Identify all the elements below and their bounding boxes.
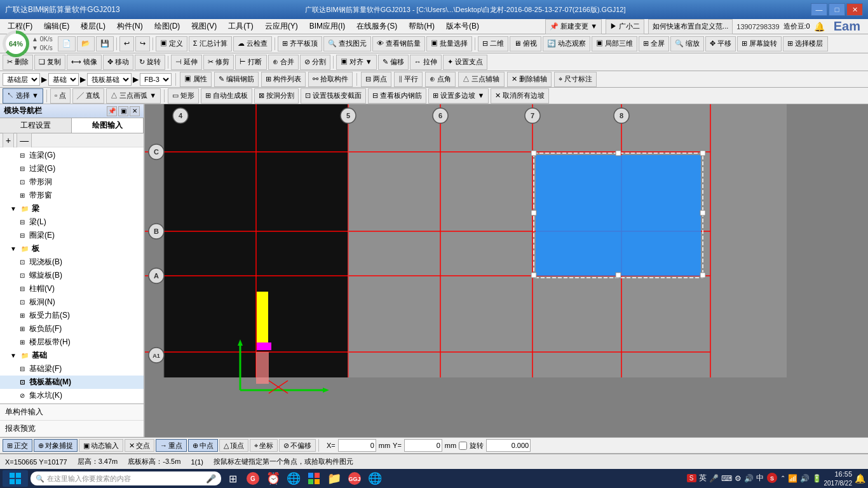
arc-tool-btn[interactable]: △ 三点画弧 ▼ <box>106 88 161 104</box>
point-tool-btn[interactable]: ▫ 点 <box>50 88 71 104</box>
speaker-icon[interactable]: 🔊 <box>744 474 754 483</box>
compass-icon[interactable]: 🌐 <box>366 470 384 487</box>
battery-icon[interactable]: 🔋 <box>812 474 822 483</box>
tree-item-cast-slab[interactable]: ⊡ 现浇板(B) <box>0 255 144 269</box>
view-btn[interactable]: 🖥 俯视 <box>510 36 541 51</box>
object-snap-btn[interactable]: ⊕ 对象捕捉 <box>34 439 78 452</box>
keyboard-icon[interactable]: ⌨ <box>721 474 732 483</box>
menu-item-cloud[interactable]: 云应用(Y) <box>260 20 303 33</box>
canvas-area[interactable]: 4 5 6 7 8 C B A A1 <box>145 104 868 437</box>
sidebar-float-btn[interactable]: ▣ <box>118 106 128 116</box>
tree-item-beam-l[interactable]: ⊟ 梁(L) <box>0 215 144 229</box>
zoom-out-btn[interactable]: 🔍 缩放 <box>670 36 704 51</box>
sogou2-icon[interactable]: S <box>766 472 778 485</box>
folder-icon[interactable]: 📁 <box>325 470 343 487</box>
sogou-icon[interactable]: S <box>687 474 696 482</box>
tree-group-foundation[interactable]: ▼ 📁 基础 <box>0 349 144 362</box>
save-btn[interactable]: 💾 <box>96 36 114 51</box>
restore-button[interactable]: □ <box>829 3 845 16</box>
menu-item-help[interactable]: 帮助(H) <box>403 20 440 33</box>
ime-status[interactable]: 英 <box>699 473 707 484</box>
mirror-btn[interactable]: ⟷ 镜像 <box>67 55 102 70</box>
set-vertex-btn[interactable]: ✦ 设置支点 <box>443 55 487 70</box>
three-point-axis-btn[interactable]: △ 三点辅轴 <box>458 72 504 87</box>
cancel-slope-btn[interactable]: ✕ 取消所有边坡 <box>491 88 549 104</box>
undo-btn[interactable]: ↩ <box>119 36 134 51</box>
midpoint-btn[interactable]: → 重点 <box>156 439 187 452</box>
intersection-btn[interactable]: ✕ 交点 <box>125 439 154 452</box>
notification-icon[interactable]: 🔔 <box>814 22 825 32</box>
2d-btn[interactable]: ⊟ 二维 <box>478 36 508 51</box>
report-preview-btn[interactable]: 报表预览 <box>0 421 144 437</box>
type-select[interactable]: 筏板基础 <box>87 73 132 86</box>
tree-item-lianl[interactable]: ⊟ 连梁(G) <box>0 149 144 162</box>
tree-item-ring-beam[interactable]: ⊟ 圈梁(E) <box>0 229 144 242</box>
sidebar-pin-btn[interactable]: 📌 <box>107 106 117 116</box>
menu-item-online[interactable]: 在线服务(S) <box>351 20 402 33</box>
dynamic-input-btn[interactable]: ▣ 动态输入 <box>79 439 123 452</box>
microphone-sys-icon[interactable]: 🎤 <box>709 474 719 483</box>
vertex-btn[interactable]: △ 顶点 <box>219 439 248 452</box>
redo-btn[interactable]: ↪ <box>135 36 150 51</box>
fullscreen-btn[interactable]: ⊞ 全屏 <box>639 36 669 51</box>
batch-select-btn[interactable]: ▣ 批量选择 <box>426 36 472 51</box>
menu-item-draw[interactable]: 绘图(D) <box>149 20 186 33</box>
select-tool-btn[interactable]: ↖ 选择 ▼ <box>3 88 43 104</box>
menu-item-floor[interactable]: 楼层(L) <box>76 20 111 33</box>
tab-drawing-input[interactable]: 绘图输入 <box>72 118 144 133</box>
ortho-btn[interactable]: ⊞ 正交 <box>3 439 32 452</box>
offset-btn[interactable]: ✎ 偏移 <box>378 55 409 70</box>
edge-icon[interactable]: 🌐 <box>285 470 302 487</box>
drawing-surface[interactable]: 4 5 6 7 8 C B A A1 <box>145 104 868 437</box>
rotate-btn[interactable]: ↻ 旋转 <box>135 55 165 70</box>
tree-item-slab-neg-rebar[interactable]: ⊞ 板负筋(F) <box>0 322 144 336</box>
menu-item-version[interactable]: 版本号(B) <box>441 20 484 33</box>
component-select[interactable]: FB-3 <box>140 73 172 86</box>
summary-btn[interactable]: Σ 汇总计算 <box>189 36 232 51</box>
split-by-hole-btn[interactable]: ⊠ 按洞分割 <box>254 88 299 104</box>
coord-snap-btn[interactable]: ⌖ 坐标 <box>250 439 278 452</box>
taskbar-search[interactable]: 🔍 在这里输入你要搜索的内容 🎤 <box>31 471 221 485</box>
menu-item-bim[interactable]: BIM应用(I) <box>304 20 351 33</box>
auto-generate-btn[interactable]: ⊞ 自动生成板 <box>201 88 252 104</box>
no-offset-btn[interactable]: ⊘ 不偏移 <box>279 439 316 452</box>
menu-item-view[interactable]: 视图(V) <box>186 20 222 33</box>
category-select[interactable]: 基础 <box>48 73 79 86</box>
menu-item-component[interactable]: 构件(N) <box>112 20 148 33</box>
rotation-input[interactable] <box>486 439 531 452</box>
two-point-btn[interactable]: ⊟ 两点 <box>361 72 391 87</box>
move-btn[interactable]: ✥ 移动 <box>103 55 133 70</box>
parallel-btn[interactable]: ∥ 平行 <box>394 72 423 87</box>
x-input[interactable] <box>338 439 376 452</box>
close-button[interactable]: ✕ <box>846 3 863 16</box>
windows-store-icon[interactable] <box>305 470 323 487</box>
tree-item-banded-hole[interactable]: ⊡ 带形洞 <box>0 175 144 189</box>
set-section-btn[interactable]: ⊡ 设置筏板变截面 <box>301 88 366 104</box>
tree-item-banded-window[interactable]: ⊞ 带形窗 <box>0 189 144 202</box>
dynamic-view-btn[interactable]: 🔄 动态观察 <box>543 36 590 51</box>
stretch-btn[interactable]: ↔ 拉伸 <box>410 55 442 70</box>
tree-item-slab-hole[interactable]: ⊡ 板洞(N) <box>0 295 144 309</box>
network-icon[interactable]: 📶 <box>788 474 797 483</box>
properties-btn[interactable]: ▣ 属性 <box>180 72 212 87</box>
rotate3d-btn[interactable]: ⊞ 屏幕旋转 <box>737 36 782 51</box>
menu-item-tools[interactable]: 工具(T) <box>223 20 258 33</box>
tree-item-raft-foundation[interactable]: ⊡ 筏板基础(M) <box>0 376 144 389</box>
rect-tool-btn[interactable]: ▭ 矩形 <box>168 88 199 104</box>
align-btn[interactable]: ▣ 对齐 ▼ <box>336 55 377 70</box>
notification-center-icon[interactable]: 🔔 <box>855 473 865 484</box>
settings-sys-icon[interactable]: ⚙ <box>735 474 742 483</box>
glodon-icon[interactable]: G <box>244 470 262 487</box>
tree-item-spiral-slab[interactable]: ⊡ 螺旋板(B) <box>0 269 144 282</box>
edit-rebar-btn[interactable]: ✎ 编辑钢筋 <box>214 72 259 87</box>
set-multi-slope-btn[interactable]: ⊞ 设置多边坡 ▼ <box>428 88 489 104</box>
volume-icon[interactable]: 🔊 <box>800 474 810 483</box>
angle-point-btn[interactable]: ⊕ 点角 <box>425 72 456 87</box>
tab-project-settings[interactable]: 工程设置 <box>0 118 72 133</box>
floor-select[interactable]: 基础层 <box>3 73 40 86</box>
sidebar-close-btn[interactable]: ✕ <box>130 106 140 116</box>
partial-3d-btn[interactable]: ▣ 局部三维 <box>592 36 637 51</box>
tree-group-beam[interactable]: ▼ 📁 梁 <box>0 202 144 215</box>
trim-btn[interactable]: ✂ 修剪 <box>203 55 234 70</box>
tree-item-foundation-beam[interactable]: ⊟ 基础梁(F) <box>0 362 144 376</box>
